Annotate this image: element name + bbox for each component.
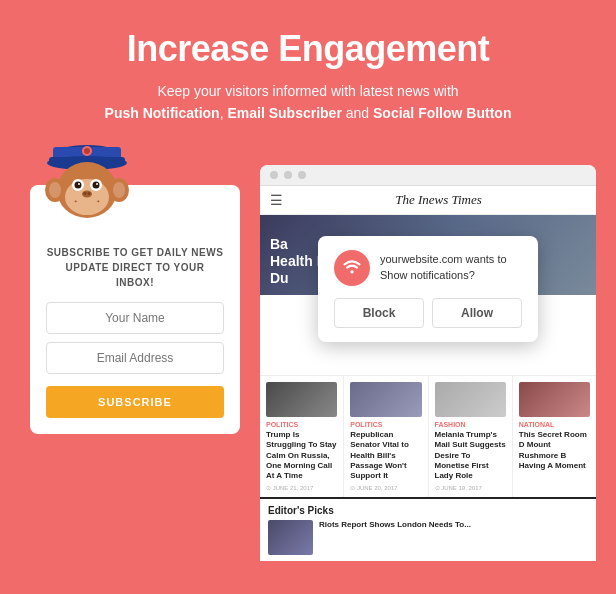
popup-top: yourwebsite.com wants to Show notificati… <box>334 250 522 286</box>
svg-point-22 <box>73 199 101 215</box>
news-col-2: POLITICS Republican Senator Vital to Hea… <box>344 376 428 497</box>
news-title-1: Trump Is Struggling To Stay Calm On Russ… <box>266 430 337 482</box>
svg-point-23 <box>350 270 353 273</box>
browser-mockup: ☰ The Inews Times Ba Health Bill's Du <box>260 165 596 561</box>
editors-img <box>268 520 313 555</box>
subtitle-bold3: Social Follow Button <box>373 105 511 121</box>
svg-point-15 <box>93 181 100 188</box>
subtitle-sep2: and <box>342 105 373 121</box>
browser-bar <box>260 165 596 186</box>
news-col-4: NATIONAL This Secret Room D Mount Rushmo… <box>513 376 596 497</box>
news-tag-4: NATIONAL <box>519 421 590 428</box>
svg-point-19 <box>84 192 87 195</box>
news-img-1 <box>266 382 337 417</box>
news-img-2 <box>350 382 421 417</box>
news-date-3: ⊙ JUNE 19, 2017 <box>435 484 506 491</box>
browser-dot-2 <box>284 171 292 179</box>
editors-item-title: Riots Report Shows London Needs To... <box>319 520 471 555</box>
subtitle-plain: Keep your visitors informed with latest … <box>157 83 458 99</box>
svg-point-16 <box>78 183 80 185</box>
news-tag-3: FASHION <box>435 421 506 428</box>
news-col-3: FASHION Melania Trump's Mail Suit Sugges… <box>429 376 513 497</box>
subscribe-heading: SUBSCRIBE TO GET DAILY NEWS UPDATE DIREC… <box>46 245 224 290</box>
popup-message: yourwebsite.com wants to Show notificati… <box>380 252 522 283</box>
news-title-3: Melania Trump's Mail Suit Suggests Desir… <box>435 430 506 482</box>
svg-point-14 <box>75 181 82 188</box>
news-col-1: POLITICS Trump Is Struggling To Stay Cal… <box>260 376 344 497</box>
page-container: Increase Engagement Keep your visitors i… <box>0 0 616 561</box>
browser-content: ☰ The Inews Times Ba Health Bill's Du <box>260 186 596 561</box>
notification-icon-wrapper <box>334 250 370 286</box>
editors-section: Editor's Picks Riots Report Shows London… <box>260 497 596 561</box>
notification-popup: yourwebsite.com wants to Show notificati… <box>318 236 538 342</box>
subscription-card: SUBSCRIBE TO GET DAILY NEWS UPDATE DIREC… <box>30 185 240 434</box>
monkey-mascot <box>35 125 140 239</box>
news-tag-2: POLITICS <box>350 421 421 428</box>
news-tag-1: POLITICS <box>266 421 337 428</box>
popup-buttons: Block Allow <box>334 298 522 328</box>
svg-point-8 <box>49 182 61 198</box>
svg-point-10 <box>113 182 125 198</box>
svg-point-18 <box>82 190 92 197</box>
email-input[interactable] <box>46 342 224 374</box>
news-date-2: ⊙ JUNE 20, 2017 <box>350 484 421 491</box>
content-area: SUBSCRIBE TO GET DAILY NEWS UPDATE DIREC… <box>0 145 616 561</box>
subtitle: Keep your visitors informed with latest … <box>20 80 596 125</box>
browser-dot-1 <box>270 171 278 179</box>
news-img-4 <box>519 382 590 417</box>
news-img-3 <box>435 382 506 417</box>
subtitle-bold1: Push Notification <box>105 105 220 121</box>
news-header: ☰ The Inews Times <box>260 186 596 215</box>
monkey-icon <box>35 125 140 235</box>
block-button[interactable]: Block <box>334 298 424 328</box>
subtitle-bold2: Email Subscriber <box>227 105 341 121</box>
svg-point-20 <box>88 192 91 195</box>
news-title-2: Republican Senator Vital to Health Bill'… <box>350 430 421 482</box>
browser-dot-3 <box>298 171 306 179</box>
news-site-title: The Inews Times <box>291 192 586 208</box>
news-date-1: ⊙ JUNE 21, 2017 <box>266 484 337 491</box>
editors-row: Riots Report Shows London Needs To... <box>268 520 588 555</box>
hamburger-icon: ☰ <box>270 192 283 208</box>
allow-button[interactable]: Allow <box>432 298 522 328</box>
svg-point-17 <box>96 183 98 185</box>
svg-point-5 <box>84 148 90 154</box>
wifi-icon <box>342 256 362 280</box>
news-grid: POLITICS Trump Is Struggling To Stay Cal… <box>260 375 596 497</box>
subscribe-button[interactable]: SUBSCRIBE <box>46 386 224 418</box>
editors-title: Editor's Picks <box>268 505 588 516</box>
name-input[interactable] <box>46 302 224 334</box>
hero-section: Increase Engagement Keep your visitors i… <box>0 0 616 145</box>
news-title-4: This Secret Room D Mount Rushmore B Havi… <box>519 430 590 472</box>
page-title: Increase Engagement <box>20 28 596 70</box>
